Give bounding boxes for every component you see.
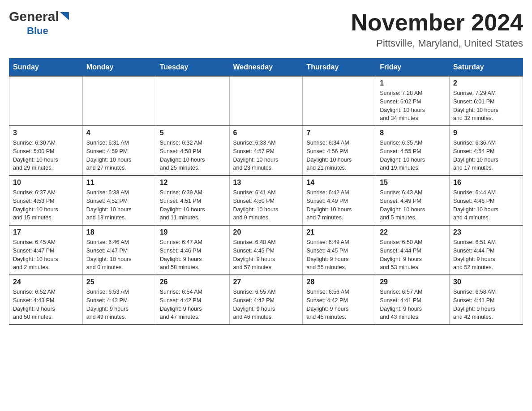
calendar-cell: 15Sunrise: 6:43 AM Sunset: 4:49 PM Dayli… [376, 176, 450, 225]
day-info: Sunrise: 6:46 AM Sunset: 4:47 PM Dayligh… [86, 238, 152, 272]
day-number: 11 [86, 179, 152, 187]
day-number: 30 [453, 278, 519, 286]
calendar-cell: 25Sunrise: 6:53 AM Sunset: 4:43 PM Dayli… [82, 275, 156, 325]
day-info: Sunrise: 6:38 AM Sunset: 4:52 PM Dayligh… [86, 188, 152, 222]
day-info: Sunrise: 6:56 AM Sunset: 4:42 PM Dayligh… [306, 288, 372, 321]
svg-marker-0 [60, 12, 69, 20]
day-number: 19 [160, 228, 226, 236]
calendar-cell: 22Sunrise: 6:50 AM Sunset: 4:44 PM Dayli… [376, 225, 450, 275]
day-info: Sunrise: 7:28 AM Sunset: 6:02 PM Dayligh… [380, 89, 446, 123]
calendar-cell: 24Sunrise: 6:52 AM Sunset: 4:43 PM Dayli… [9, 275, 83, 325]
calendar-cell: 30Sunrise: 6:58 AM Sunset: 4:41 PM Dayli… [450, 275, 523, 325]
day-info: Sunrise: 6:53 AM Sunset: 4:43 PM Dayligh… [86, 288, 152, 321]
header-thursday: Thursday [303, 59, 376, 77]
title-block: November 2024 Pittsville, Maryland, Unit… [351, 9, 523, 49]
day-number: 17 [13, 228, 79, 236]
calendar-cell: 4Sunrise: 6:31 AM Sunset: 4:59 PM Daylig… [82, 126, 156, 176]
day-info: Sunrise: 6:37 AM Sunset: 4:53 PM Dayligh… [13, 188, 79, 222]
day-info: Sunrise: 6:39 AM Sunset: 4:51 PM Dayligh… [160, 188, 226, 222]
day-info: Sunrise: 6:45 AM Sunset: 4:47 PM Dayligh… [13, 238, 79, 272]
day-number: 21 [306, 228, 372, 236]
day-number: 10 [13, 179, 79, 187]
calendar-cell: 12Sunrise: 6:39 AM Sunset: 4:51 PM Dayli… [156, 176, 229, 225]
day-number: 29 [380, 278, 446, 286]
day-number: 13 [233, 179, 299, 187]
day-info: Sunrise: 6:31 AM Sunset: 4:59 PM Dayligh… [86, 139, 152, 172]
calendar-cell: 2Sunrise: 7:29 AM Sunset: 6:01 PM Daylig… [450, 76, 523, 126]
day-number: 18 [86, 228, 152, 236]
calendar-cell: 7Sunrise: 6:34 AM Sunset: 4:56 PM Daylig… [303, 126, 376, 176]
day-number: 2 [453, 79, 519, 87]
calendar-cell: 21Sunrise: 6:49 AM Sunset: 4:45 PM Dayli… [303, 225, 376, 275]
calendar-cell: 23Sunrise: 6:51 AM Sunset: 4:44 PM Dayli… [450, 225, 523, 275]
calendar-cell: 26Sunrise: 6:54 AM Sunset: 4:42 PM Dayli… [156, 275, 229, 325]
page-header: General Blue November 2024 Pittsville, M… [9, 9, 523, 49]
day-info: Sunrise: 6:34 AM Sunset: 4:56 PM Dayligh… [306, 139, 372, 172]
day-info: Sunrise: 6:35 AM Sunset: 4:55 PM Dayligh… [380, 139, 446, 172]
day-number: 9 [453, 129, 519, 137]
calendar-cell: 28Sunrise: 6:56 AM Sunset: 4:42 PM Dayli… [303, 275, 376, 325]
day-info: Sunrise: 6:32 AM Sunset: 4:58 PM Dayligh… [160, 139, 226, 172]
day-number: 27 [233, 278, 299, 286]
day-info: Sunrise: 6:54 AM Sunset: 4:42 PM Dayligh… [160, 288, 226, 321]
calendar-cell: 19Sunrise: 6:47 AM Sunset: 4:46 PM Dayli… [156, 225, 229, 275]
calendar-cell: 10Sunrise: 6:37 AM Sunset: 4:53 PM Dayli… [9, 176, 83, 225]
day-info: Sunrise: 6:41 AM Sunset: 4:50 PM Dayligh… [233, 188, 299, 222]
calendar-cell: 20Sunrise: 6:48 AM Sunset: 4:45 PM Dayli… [229, 225, 303, 275]
calendar-cell [229, 76, 303, 126]
day-number: 6 [233, 129, 299, 137]
day-info: Sunrise: 6:33 AM Sunset: 4:57 PM Dayligh… [233, 139, 299, 172]
day-number: 15 [380, 179, 446, 187]
day-number: 26 [160, 278, 226, 286]
week-row-4: 17Sunrise: 6:45 AM Sunset: 4:47 PM Dayli… [9, 225, 523, 275]
logo-triangle-icon [60, 12, 70, 22]
calendar-cell: 8Sunrise: 6:35 AM Sunset: 4:55 PM Daylig… [376, 126, 450, 176]
day-info: Sunrise: 7:29 AM Sunset: 6:01 PM Dayligh… [453, 89, 519, 123]
day-number: 28 [306, 278, 372, 286]
day-number: 16 [453, 179, 519, 187]
header-wednesday: Wednesday [229, 59, 303, 77]
day-info: Sunrise: 6:43 AM Sunset: 4:49 PM Dayligh… [380, 188, 446, 222]
day-number: 7 [306, 129, 372, 137]
calendar-cell: 27Sunrise: 6:55 AM Sunset: 4:42 PM Dayli… [229, 275, 303, 325]
day-number: 1 [380, 79, 446, 87]
calendar-cell [9, 76, 83, 126]
calendar-header-row: SundayMondayTuesdayWednesdayThursdayFrid… [9, 59, 523, 77]
header-monday: Monday [82, 59, 156, 77]
week-row-5: 24Sunrise: 6:52 AM Sunset: 4:43 PM Dayli… [9, 275, 523, 325]
calendar-cell: 18Sunrise: 6:46 AM Sunset: 4:47 PM Dayli… [82, 225, 156, 275]
calendar-cell: 6Sunrise: 6:33 AM Sunset: 4:57 PM Daylig… [229, 126, 303, 176]
calendar-cell [82, 76, 156, 126]
calendar-cell: 14Sunrise: 6:42 AM Sunset: 4:49 PM Dayli… [303, 176, 376, 225]
day-info: Sunrise: 6:51 AM Sunset: 4:44 PM Dayligh… [453, 238, 519, 272]
day-info: Sunrise: 6:49 AM Sunset: 4:45 PM Dayligh… [306, 238, 372, 272]
calendar-cell: 11Sunrise: 6:38 AM Sunset: 4:52 PM Dayli… [82, 176, 156, 225]
day-number: 14 [306, 179, 372, 187]
day-info: Sunrise: 6:55 AM Sunset: 4:42 PM Dayligh… [233, 288, 299, 321]
day-number: 12 [160, 179, 226, 187]
calendar-cell [303, 76, 376, 126]
calendar-cell: 16Sunrise: 6:44 AM Sunset: 4:48 PM Dayli… [450, 176, 523, 225]
day-number: 23 [453, 228, 519, 236]
week-row-2: 3Sunrise: 6:30 AM Sunset: 5:00 PM Daylig… [9, 126, 523, 176]
calendar-cell: 1Sunrise: 7:28 AM Sunset: 6:02 PM Daylig… [376, 76, 450, 126]
day-info: Sunrise: 6:30 AM Sunset: 5:00 PM Dayligh… [13, 139, 79, 172]
day-info: Sunrise: 6:48 AM Sunset: 4:45 PM Dayligh… [233, 238, 299, 272]
day-number: 20 [233, 228, 299, 236]
calendar-subtitle: Pittsville, Maryland, United States [351, 38, 523, 49]
calendar-cell [156, 76, 229, 126]
calendar-table: SundayMondayTuesdayWednesdayThursdayFrid… [9, 58, 523, 325]
calendar-title: November 2024 [351, 9, 523, 36]
day-number: 8 [380, 129, 446, 137]
day-info: Sunrise: 6:58 AM Sunset: 4:41 PM Dayligh… [453, 288, 519, 321]
day-number: 5 [160, 129, 226, 137]
logo-blue-text: Blue [27, 25, 48, 37]
calendar-cell: 5Sunrise: 6:32 AM Sunset: 4:58 PM Daylig… [156, 126, 229, 176]
header-saturday: Saturday [450, 59, 523, 77]
header-sunday: Sunday [9, 59, 83, 77]
calendar-cell: 29Sunrise: 6:57 AM Sunset: 4:41 PM Dayli… [376, 275, 450, 325]
day-info: Sunrise: 6:47 AM Sunset: 4:46 PM Dayligh… [160, 238, 226, 272]
calendar-cell: 9Sunrise: 6:36 AM Sunset: 4:54 PM Daylig… [450, 126, 523, 176]
day-number: 22 [380, 228, 446, 236]
day-info: Sunrise: 6:44 AM Sunset: 4:48 PM Dayligh… [453, 188, 519, 222]
